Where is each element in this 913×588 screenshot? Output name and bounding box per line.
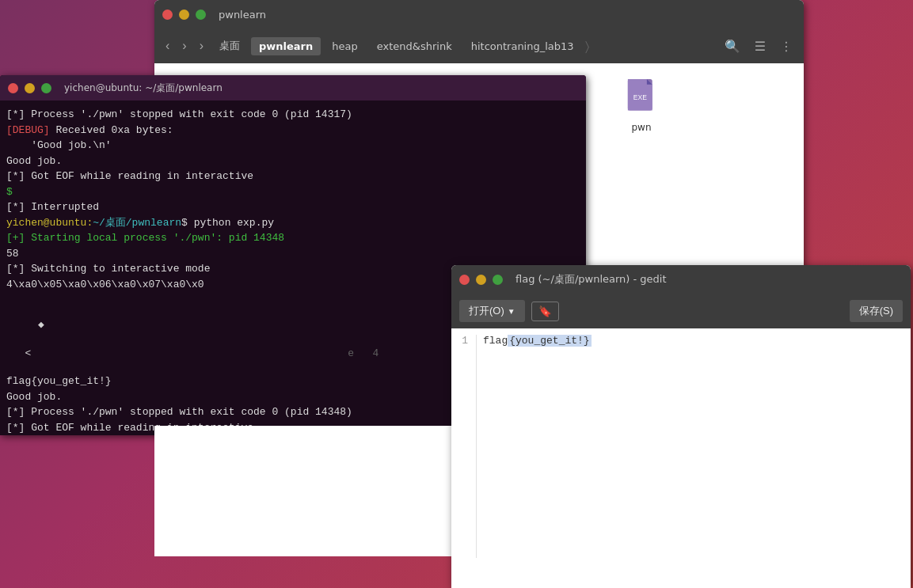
- gedit-editor-area[interactable]: 1 flag{you_get_it!}: [451, 328, 911, 564]
- view-grid-icon[interactable]: ⋮: [775, 36, 797, 57]
- tab-heap[interactable]: heap: [324, 37, 365, 55]
- tab-extend-shrink[interactable]: extend&shrink: [369, 37, 460, 55]
- item-name-pwn: pwn: [631, 122, 651, 133]
- bookmark-button[interactable]: 🔖: [531, 302, 559, 321]
- file-icon-pwn: EXE: [619, 79, 664, 117]
- editor-content[interactable]: flag{you_get_it!}: [483, 335, 904, 558]
- file-manager-titlebar: pwnlearn: [154, 0, 804, 28]
- terminal-line: [*] Interrupted: [6, 199, 580, 215]
- terminal-line: [DEBUG] Received 0xa bytes:: [6, 123, 580, 138]
- toolbar-right: 🔍 ☰ ⋮: [720, 36, 797, 57]
- gedit-minimize-button[interactable]: [476, 275, 486, 285]
- terminal-line: 58: [6, 246, 580, 262]
- terminal-close-button[interactable]: [8, 83, 18, 93]
- open-button-label: 打开(O): [469, 304, 504, 318]
- nav-forward-button[interactable]: ›: [177, 36, 191, 56]
- maximize-button[interactable]: [196, 9, 206, 20]
- file-manager-title: pwnlearn: [219, 9, 266, 21]
- gedit-titlebar: flag (~/桌面/pwnlearn) - gedit: [451, 265, 911, 294]
- tab-more-icon[interactable]: 〉: [585, 39, 589, 54]
- terminal-line: Good job.: [6, 154, 580, 169]
- gedit-toolbar: 打开(O) ▼ 🔖 保存(S): [451, 294, 911, 328]
- minimize-button[interactable]: [179, 9, 189, 20]
- tab-desktop[interactable]: 桌面: [211, 36, 248, 56]
- terminal-line: [+] Starting local process './pwn': pid …: [6, 230, 580, 246]
- line-numbers: 1: [458, 335, 477, 558]
- nav-parent-button[interactable]: ›: [195, 36, 208, 56]
- fm-bottom-right: [301, 426, 459, 556]
- editor-text-selected: {you_get_it!}: [508, 335, 591, 347]
- gedit-window: flag (~/桌面/pwnlearn) - gedit 打开(O) ▼ 🔖 保…: [451, 265, 911, 588]
- gedit-title: flag (~/桌面/pwnlearn) - gedit: [515, 272, 667, 286]
- terminal-maximize-button[interactable]: [41, 83, 51, 93]
- svg-text:EXE: EXE: [633, 93, 647, 101]
- editor-empty-space: [451, 564, 911, 588]
- terminal-title: yichen@ubuntu: ~/桌面/pwnlearn: [64, 82, 223, 95]
- tab-pwnlearn[interactable]: pwnlearn: [251, 37, 321, 55]
- terminal-line: [*] Process './pwn' stopped with exit co…: [6, 107, 580, 123]
- terminal-minimize-button[interactable]: [25, 83, 35, 93]
- list-item[interactable]: EXE pwn: [606, 79, 677, 144]
- terminal-line: $: [6, 184, 580, 200]
- open-button[interactable]: 打开(O) ▼: [459, 300, 525, 322]
- terminal-line: 'Good job.\n': [6, 138, 580, 154]
- terminal-line: [*] Got EOF while reading in interactive: [6, 169, 580, 184]
- close-button[interactable]: [162, 9, 173, 20]
- nav-back-button[interactable]: ‹: [161, 36, 174, 56]
- terminal-line: yichen@ubuntu:~/桌面/pwnlearn$ python exp.…: [6, 215, 580, 231]
- terminal-titlebar: yichen@ubuntu: ~/桌面/pwnlearn: [0, 75, 586, 101]
- search-icon[interactable]: 🔍: [720, 36, 745, 57]
- save-button[interactable]: 保存(S): [850, 300, 903, 322]
- view-list-icon[interactable]: ☰: [750, 36, 770, 57]
- gedit-maximize-button[interactable]: [493, 275, 503, 285]
- tab-hitcon[interactable]: hitcontraning_lab13: [463, 37, 582, 55]
- file-manager-toolbar: ‹ › › 桌面 pwnlearn heap extend&shrink hit…: [154, 28, 804, 63]
- open-dropdown-icon[interactable]: ▼: [508, 307, 515, 316]
- editor-text-flag-prefix: flag: [483, 335, 508, 347]
- gedit-close-button[interactable]: [459, 275, 470, 285]
